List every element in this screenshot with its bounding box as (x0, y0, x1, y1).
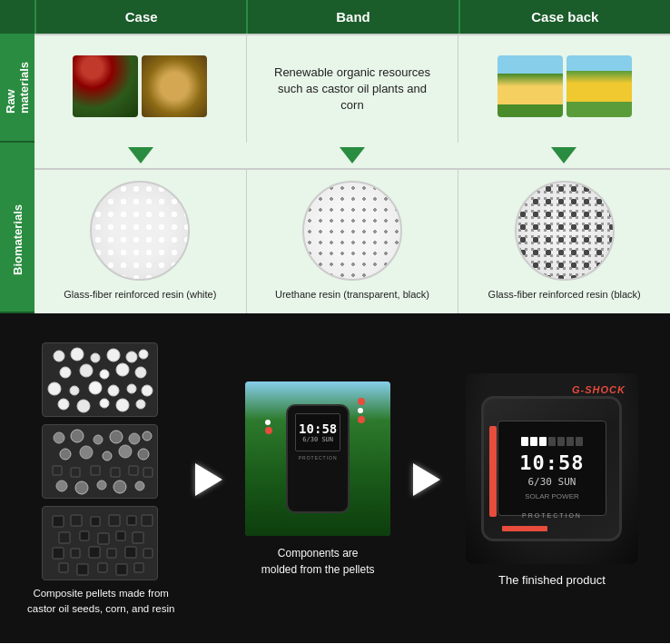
black-resin-circle (515, 181, 615, 281)
svg-point-10 (116, 363, 129, 376)
pellets-caption: Composite pellets made from castor oil s… (27, 586, 174, 618)
svg-rect-58 (53, 548, 64, 559)
arrow-case (34, 143, 246, 168)
bio-band-caption: Urethane resin (transparent, black) (275, 288, 429, 302)
finished-caption: The finished product (498, 573, 606, 587)
svg-point-16 (127, 384, 136, 393)
svg-point-43 (97, 481, 106, 490)
header-band: Band (246, 0, 458, 34)
bio-case-cell: Glass-fiber reinforced resin (white) (34, 170, 246, 313)
svg-rect-47 (53, 516, 64, 527)
bar-5 (557, 437, 565, 446)
svg-point-22 (136, 400, 145, 409)
bar-4 (548, 437, 556, 446)
watch-screen: 10:58 6/30 SUN SOLAR POWER (498, 421, 606, 516)
svg-rect-61 (107, 549, 116, 558)
svg-point-14 (89, 381, 102, 394)
svg-rect-65 (77, 564, 88, 575)
svg-rect-66 (98, 563, 107, 572)
clear-pellets-box (42, 424, 158, 499)
svg-point-26 (94, 435, 103, 444)
svg-point-5 (126, 352, 137, 362)
watch-accent-left (489, 426, 497, 517)
svg-point-27 (110, 431, 123, 443)
header-row: Case Band Case back (0, 0, 670, 34)
svg-point-25 (71, 430, 84, 442)
bio-caseback-caption: Glass-fiber reinforced resin (black) (488, 288, 641, 302)
watch-brand: G-SHOCK (572, 384, 626, 395)
svg-point-4 (107, 349, 120, 362)
svg-point-2 (71, 348, 84, 361)
svg-rect-54 (80, 531, 89, 540)
bar-2 (530, 437, 537, 446)
white-resin-circle (90, 181, 190, 281)
svg-point-15 (108, 385, 119, 396)
svg-point-34 (138, 449, 149, 460)
svg-rect-55 (98, 533, 109, 544)
black-pellets-box (42, 506, 158, 580)
svg-point-33 (119, 445, 132, 458)
bar-6 (567, 437, 574, 446)
bar-7 (576, 437, 583, 446)
bar-3 (539, 437, 547, 446)
svg-point-8 (80, 364, 93, 377)
svg-rect-52 (142, 515, 153, 526)
svg-point-32 (103, 451, 112, 461)
arrow-row-1 (0, 143, 670, 168)
svg-point-31 (80, 446, 93, 459)
svg-rect-38 (111, 468, 120, 477)
svg-rect-35 (53, 466, 62, 475)
svg-point-45 (135, 481, 144, 490)
raw-caseback-images (498, 55, 632, 117)
bio-case-caption: Glass-fiber reinforced resin (white) (64, 288, 216, 302)
svg-point-6 (139, 350, 148, 359)
arrow-right-2 (399, 463, 454, 496)
raw-caseback-cell (458, 35, 670, 143)
scattered-dots (355, 395, 368, 426)
arrow-shape-1 (195, 463, 222, 496)
white-pellets-box (42, 342, 158, 417)
svg-point-29 (143, 431, 152, 441)
molded-image: 10:58 6/30 SUN PROTECTION (245, 381, 390, 536)
svg-rect-68 (134, 563, 143, 572)
bio-caseback-cell: Glass-fiber reinforced resin (black) (458, 170, 670, 313)
svg-point-30 (60, 449, 71, 460)
svg-rect-50 (109, 515, 120, 526)
header-caseback: Case back (458, 0, 670, 34)
svg-rect-49 (91, 517, 100, 526)
svg-point-13 (70, 386, 79, 395)
svg-rect-36 (71, 468, 80, 477)
white-pellets-svg (45, 345, 154, 414)
finished-watch-solar: SOLAR POWER (525, 492, 579, 500)
svg-point-1 (54, 351, 64, 362)
svg-rect-39 (129, 466, 138, 475)
bottom-section: Composite pellets made from castor oil s… (0, 316, 670, 643)
down-arrow-band (340, 147, 365, 163)
svg-point-44 (113, 481, 126, 493)
black-pellets-svg (45, 509, 154, 578)
down-arrow-caseback (551, 147, 576, 163)
svg-point-28 (129, 433, 140, 444)
svg-rect-40 (143, 468, 153, 477)
svg-point-7 (60, 367, 71, 378)
svg-point-42 (75, 481, 88, 494)
pellets-column: Composite pellets made from castor oil s… (27, 342, 174, 618)
svg-rect-64 (59, 563, 68, 572)
bar-1 (521, 437, 528, 446)
scattered-dots-2 (263, 418, 274, 436)
raw-case-images (73, 55, 207, 117)
molded-watch: 10:58 6/30 SUN PROTECTION (286, 404, 350, 513)
down-arrow-case (128, 147, 153, 163)
watch-bars (521, 437, 583, 446)
watch-face: 10:58 6/30 SUN SOLAR POWER PROTECTION (481, 396, 622, 541)
raw-band-text: Renewable organic resources such as cast… (271, 64, 434, 114)
molded-column: 10:58 6/30 SUN PROTECTION Components are… (243, 381, 393, 578)
svg-rect-53 (59, 532, 70, 543)
svg-point-20 (100, 399, 109, 408)
raw-band-content: Renewable organic resources such as cast… (271, 46, 434, 132)
biomaterials-cells: Glass-fiber reinforced resin (white) Ure… (34, 168, 670, 313)
svg-rect-48 (71, 515, 82, 526)
svg-rect-57 (133, 532, 143, 543)
biomaterials-label: Biomaterials (0, 168, 34, 313)
molded-caption: Components are molded from the pellets (261, 545, 375, 578)
